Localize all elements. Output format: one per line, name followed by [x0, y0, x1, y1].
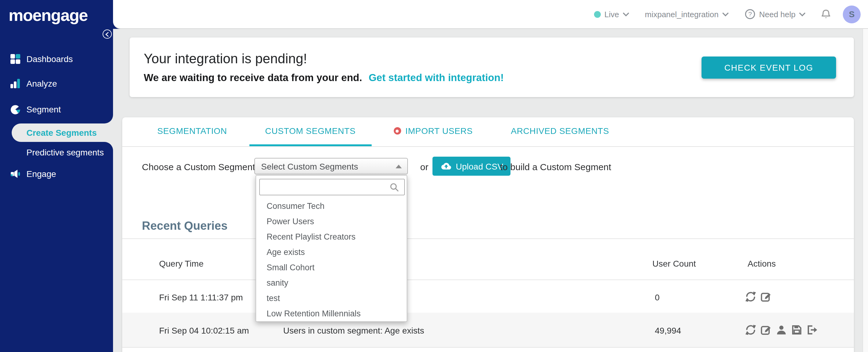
user-count-cell: 49,994 — [655, 326, 681, 335]
rerun-query-icon[interactable] — [745, 324, 756, 335]
scrollbar-track[interactable] — [863, 29, 868, 352]
app-window: Live mixpanel_integration ? Need help S … — [0, 0, 868, 352]
segment-pie-icon — [10, 104, 21, 115]
view-users-icon[interactable] — [776, 324, 787, 335]
help-label: Need help — [759, 9, 796, 19]
user-count-cell: 0 — [655, 292, 660, 302]
engage-megaphone-icon — [10, 168, 21, 180]
or-text: or — [420, 162, 429, 172]
row-actions — [745, 324, 818, 335]
dropdown-option[interactable]: Low Retention Millennials — [256, 306, 407, 321]
dropdown-option[interactable]: Small Cohort — [256, 260, 407, 275]
live-status-dot — [594, 11, 601, 18]
segment-search-input[interactable] — [259, 179, 405, 195]
project-switcher[interactable]: mixpanel_integration — [645, 9, 728, 19]
environment-switcher[interactable]: Live — [594, 9, 629, 19]
banner-subtitle: We are waiting to receive data from your… — [144, 72, 504, 84]
sidebar-item-label: Analyze — [26, 78, 57, 89]
banner-title: Your integration is pending! — [144, 51, 307, 67]
avatar-initial: S — [849, 9, 855, 19]
sidebar-item-create-segments[interactable]: Create Segments — [12, 124, 113, 142]
sidebar-item-label: Dashboards — [26, 54, 73, 64]
query-time-cell: Fri Sep 11 1:11:37 pm — [159, 292, 243, 302]
get-started-link[interactable]: Get started with integration! — [369, 72, 504, 83]
notifications-button[interactable] — [820, 8, 832, 20]
bell-icon — [820, 8, 832, 20]
divider — [122, 238, 854, 239]
recent-queries-title: Recent Queries — [142, 219, 227, 233]
sidebar-item-engage[interactable]: Engage — [0, 166, 113, 181]
row-actions — [745, 291, 772, 302]
tab-label: SEGMENTATION — [157, 126, 227, 136]
check-event-log-button[interactable]: CHECK EVENT LOG — [702, 57, 836, 78]
active-pill-corner-bottom — [104, 142, 113, 151]
sidebar-collapse-button[interactable] — [102, 30, 112, 39]
chevron-down-icon — [722, 12, 728, 16]
upload-csv-button[interactable]: Upload CSV — [432, 157, 510, 176]
table-row: Fri Sep 04 10:02:15 am Users in custom s… — [122, 313, 854, 347]
dashboards-grid-icon — [10, 54, 21, 64]
tab-label: CUSTOM SEGMENTS — [265, 126, 356, 136]
cloud-upload-icon — [440, 162, 452, 171]
tab-custom-segments[interactable]: CUSTOM SEGMENTS — [249, 117, 372, 146]
active-pill-corner-top — [104, 115, 113, 124]
dropdown-option[interactable]: Age exists — [256, 245, 407, 260]
question-circle-icon: ? — [744, 9, 755, 20]
tab-bar: SEGMENTATION CUSTOM SEGMENTS IMPORT USER… — [122, 117, 854, 147]
chevron-up-icon — [396, 165, 402, 168]
banner-subtitle-text: We are waiting to receive data from your… — [144, 72, 362, 83]
search-icon — [390, 183, 399, 192]
tab-label: IMPORT USERS — [405, 126, 473, 136]
chevron-down-icon — [623, 12, 629, 16]
tab-label: ARCHIVED SEGMENTS — [511, 126, 609, 136]
divider — [122, 280, 854, 280]
choose-segment-label: Choose a Custom Segment: — [142, 162, 258, 172]
sidebar-item-label: Engage — [26, 169, 56, 179]
save-segment-icon[interactable] — [791, 324, 802, 335]
help-menu[interactable]: ? Need help — [744, 9, 805, 20]
integration-banner: Your integration is pending! We are wait… — [130, 37, 854, 97]
dropdown-option-list: Consumer Tech Power Users Recent Playlis… — [256, 198, 407, 321]
chevron-down-icon — [799, 12, 805, 16]
tab-archived-segments[interactable]: ARCHIVED SEGMENTS — [495, 117, 625, 146]
moengage-logo[interactable]: moengage — [9, 6, 88, 25]
sidebar: moengage Dashboards Analyze Segment Crea… — [0, 0, 113, 352]
export-segment-icon[interactable] — [807, 324, 818, 335]
upload-csv-label: Upload CSV — [456, 161, 503, 171]
column-header-query-time: Query Time — [159, 259, 204, 268]
user-avatar[interactable]: S — [843, 5, 861, 23]
rerun-query-icon[interactable] — [745, 291, 756, 302]
sidebar-item-analyze[interactable]: Analyze — [0, 76, 113, 91]
query-cell: Users in custom segment: Age exists — [283, 326, 424, 335]
environment-label: Live — [604, 9, 619, 19]
dropdown-option[interactable]: Consumer Tech — [256, 198, 407, 214]
sidebar-item-label: Predictive segments — [26, 148, 104, 157]
build-segment-suffix: to build a Custom Segment — [500, 162, 611, 172]
svg-text:?: ? — [748, 10, 752, 18]
tab-import-users[interactable]: IMPORT USERS — [378, 117, 489, 146]
custom-segment-dropdown: Consumer Tech Power Users Recent Playlis… — [255, 175, 407, 322]
sidebar-item-label: Segment — [26, 104, 61, 114]
segments-card: SEGMENTATION CUSTOM SEGMENTS IMPORT USER… — [122, 117, 854, 352]
column-header-user-count: User Count — [652, 259, 696, 268]
query-time-cell: Fri Sep 04 10:02:15 am — [159, 326, 249, 335]
sidebar-item-segment[interactable]: Segment — [0, 102, 113, 117]
dropdown-option[interactable]: test — [256, 291, 407, 306]
dropdown-option[interactable]: sanity — [256, 275, 407, 291]
select-value: Select Custom Segments — [261, 161, 358, 171]
chevron-left-icon — [105, 32, 110, 37]
sidebar-item-predictive-segments[interactable]: Predictive segments — [0, 145, 113, 160]
sidebar-item-label: Create Segments — [26, 128, 97, 138]
edit-query-icon[interactable] — [761, 291, 772, 302]
divider — [122, 347, 854, 348]
tab-segmentation[interactable]: SEGMENTATION — [141, 117, 243, 146]
analyze-bars-icon — [10, 78, 21, 89]
custom-segment-select[interactable]: Select Custom Segments — [254, 158, 408, 174]
dropdown-option[interactable]: Recent Playlist Creators — [256, 229, 407, 245]
column-header-actions: Actions — [748, 259, 776, 268]
project-name: mixpanel_integration — [645, 9, 719, 19]
sidebar-item-dashboards[interactable]: Dashboards — [0, 52, 113, 66]
dropdown-option[interactable]: Power Users — [256, 214, 407, 229]
import-users-red-icon — [394, 127, 401, 134]
edit-query-icon[interactable] — [761, 324, 772, 335]
